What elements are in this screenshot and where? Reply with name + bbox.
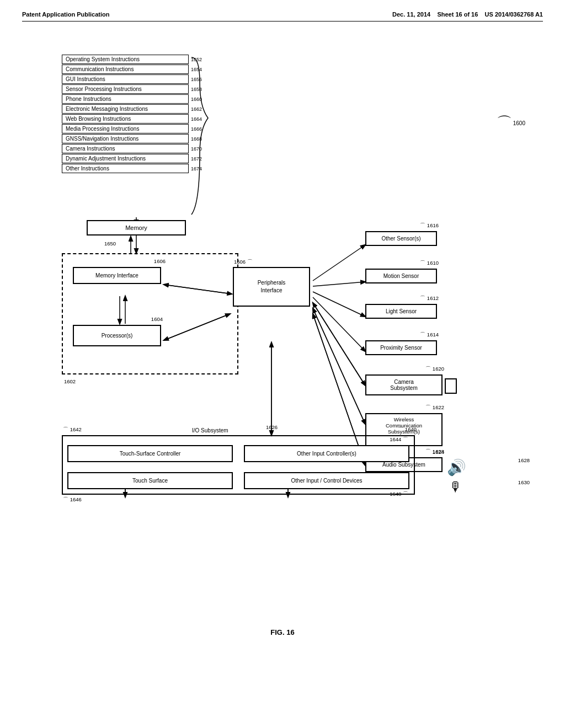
instruction-row-7: Media Processing Instructions1666 bbox=[62, 124, 216, 133]
io-title: I/O Subsystem bbox=[190, 427, 231, 433]
io-devices-row: Touch Surface ⌒ 1646 Other Input / Contr… bbox=[67, 472, 409, 489]
ref-1646: ⌒ 1646 bbox=[63, 496, 82, 504]
proximity-sensor-label: Proximity Sensor bbox=[380, 345, 422, 351]
instruction-ref-0: 1652 bbox=[191, 57, 202, 62]
speaker-icon: 🔊 bbox=[447, 458, 466, 477]
other-input-controller-label: Other Input Controller(s) bbox=[297, 451, 356, 457]
svg-line-11 bbox=[313, 292, 365, 317]
svg-line-9 bbox=[313, 245, 365, 281]
instruction-ref-2: 1656 bbox=[191, 77, 202, 82]
instruction-ref-10: 1672 bbox=[191, 156, 202, 162]
instruction-box-0: Operating System Instructions bbox=[62, 55, 189, 64]
motion-sensor-box: Motion Sensor ⌒ 1610 bbox=[365, 269, 437, 283]
instruction-row-4: Phone Instructions1660 bbox=[62, 94, 216, 104]
instruction-box-5: Electronic Messaging Instructions bbox=[62, 104, 189, 114]
page-header: Patent Application Publication Dec. 11, … bbox=[22, 11, 543, 22]
light-sensor-box: Light Sensor ⌒ 1612 bbox=[365, 304, 437, 319]
ref-peripherals: 1606 ⌒ bbox=[234, 258, 253, 265]
pub-date: Dec. 11, 2014 bbox=[392, 11, 430, 18]
instruction-ref-4: 1660 bbox=[191, 97, 202, 102]
header-right: Dec. 11, 2014 Sheet 16 of 16 US 2014/036… bbox=[392, 11, 543, 18]
sheet-info: Sheet 16 of 16 bbox=[437, 11, 478, 18]
patent-number: US 2014/0362768 A1 bbox=[485, 11, 543, 18]
camera-subsystem-label: CameraSubsystem bbox=[390, 379, 417, 391]
instruction-row-6: Web Browsing Instructions1664 bbox=[62, 114, 216, 124]
svg-line-16 bbox=[313, 308, 365, 424]
instruction-box-2: GUI Instructions bbox=[62, 74, 189, 84]
instruction-box-7: Media Processing Instructions bbox=[62, 124, 189, 133]
other-sensors-box: Other Sensor(s) ⌒ 1616 bbox=[365, 231, 437, 246]
header-left: Patent Application Publication bbox=[22, 11, 110, 18]
diagram: ⌒ 1600 Operating System Instructions1652… bbox=[34, 38, 531, 617]
ref-1628: ⌒ 1628 bbox=[425, 448, 444, 456]
ref-1616: ⌒ 1616 bbox=[420, 222, 439, 229]
touch-surface-controller-box: Touch-Surface Controller ⌒ 1642 bbox=[67, 445, 233, 462]
instruction-ref-9: 1670 bbox=[191, 146, 202, 152]
svg-line-15 bbox=[313, 308, 365, 424]
other-input-devices-label: Other Input / Control Devices bbox=[291, 478, 363, 484]
instruction-box-3: Sensor Processing Instructions bbox=[62, 84, 189, 94]
memory-label: Memory bbox=[125, 224, 147, 231]
ref-1602: 1602 bbox=[64, 378, 76, 384]
touch-surface-box: Touch Surface ⌒ 1646 bbox=[67, 472, 233, 489]
camera-subsystem-box: CameraSubsystem ⌒ 1620 bbox=[365, 374, 443, 395]
instruction-ref-1: 1654 bbox=[191, 67, 202, 72]
instruction-box-8: GNSS/Navigation Instructions bbox=[62, 134, 189, 143]
other-input-devices-box: Other Input / Control Devices 1648 ⌒ bbox=[244, 472, 409, 489]
instruction-ref-6: 1664 bbox=[191, 116, 202, 122]
fig-label: FIG. 16 bbox=[22, 628, 543, 636]
memory-interface-box: Memory Interface 1606 bbox=[73, 267, 161, 284]
io-outer-box: I/O Subsystem Touch-Surface Controller ⌒… bbox=[62, 435, 415, 495]
ref-1614: ⌒ 1614 bbox=[420, 331, 439, 339]
instructions-stack: Operating System Instructions1652Communi… bbox=[62, 55, 216, 174]
light-sensor-label: Light Sensor bbox=[386, 308, 417, 314]
camera-icon bbox=[445, 378, 457, 394]
svg-line-14 bbox=[313, 303, 365, 386]
ref-1604: 1604 bbox=[151, 316, 163, 322]
instruction-row-9: Camera Instructions1670 bbox=[62, 144, 216, 153]
svg-line-12 bbox=[313, 297, 365, 351]
peripherals-label: PeripheralsInterface bbox=[258, 280, 286, 293]
instruction-row-11: Other Instructions1674 bbox=[62, 164, 216, 173]
instruction-ref-11: 1674 bbox=[191, 166, 202, 172]
ref-1630: 1630 bbox=[518, 479, 530, 485]
peripherals-box: PeripheralsInterface 1606 ⌒ bbox=[233, 267, 310, 307]
instruction-box-6: Web Browsing Instructions bbox=[62, 114, 189, 124]
ref-1626: 1626 bbox=[266, 424, 278, 430]
instruction-row-2: GUI Instructions1656 bbox=[62, 74, 216, 84]
ref-1606: 1606 bbox=[154, 258, 166, 264]
ref-1644: 1644 ⌒ bbox=[390, 436, 408, 443]
instruction-row-8: GNSS/Navigation Instructions1668 bbox=[62, 134, 216, 143]
instruction-ref-7: 1666 bbox=[191, 126, 202, 132]
fig-label-text: FIG. 16 bbox=[270, 628, 294, 636]
touch-surface-label: Touch Surface bbox=[132, 478, 168, 484]
processor-box: Processor(s) 1604 bbox=[73, 325, 161, 346]
memory-box: Memory 1650 bbox=[87, 220, 186, 235]
other-sensors-label: Other Sensor(s) bbox=[381, 235, 420, 242]
instruction-ref-5: 1662 bbox=[191, 106, 202, 112]
io-controllers-row: Touch-Surface Controller ⌒ 1642 Other In… bbox=[67, 445, 409, 462]
instruction-box-9: Camera Instructions bbox=[62, 144, 189, 153]
ref-1650: 1650 bbox=[104, 240, 116, 247]
page: Patent Application Publication Dec. 11, … bbox=[0, 0, 565, 728]
instruction-box-11: Other Instructions bbox=[62, 164, 189, 173]
ref-1640: ⌒ 1640 bbox=[398, 426, 417, 433]
microphone-icon: 🎙 bbox=[449, 479, 462, 495]
instruction-row-10: Dynamic Adjustment Instructions1672 bbox=[62, 154, 216, 163]
touch-surface-controller-label: Touch-Surface Controller bbox=[120, 451, 181, 457]
instruction-ref-3: 1658 bbox=[191, 87, 202, 92]
ref-1622: ⌒ 1622 bbox=[425, 404, 444, 411]
ref-1642: ⌒ 1642 bbox=[63, 426, 82, 433]
motion-sensor-label: Motion Sensor bbox=[383, 273, 419, 279]
instruction-row-0: Operating System Instructions1652 bbox=[62, 55, 216, 64]
ref-1600: ⌒ 1600 bbox=[497, 115, 525, 131]
svg-line-10 bbox=[313, 282, 365, 286]
ref-1648: 1648 ⌒ bbox=[390, 491, 408, 498]
instruction-row-1: Communication Instructions1654 bbox=[62, 65, 216, 74]
instruction-box-1: Communication Instructions bbox=[62, 65, 189, 74]
instructions-list: Operating System Instructions1652Communi… bbox=[62, 55, 216, 173]
other-input-controller-box: Other Input Controller(s) 1644 ⌒ bbox=[244, 445, 409, 462]
svg-line-13 bbox=[313, 303, 365, 386]
memory-interface-label: Memory Interface bbox=[95, 272, 138, 279]
instruction-ref-8: 1668 bbox=[191, 136, 202, 142]
